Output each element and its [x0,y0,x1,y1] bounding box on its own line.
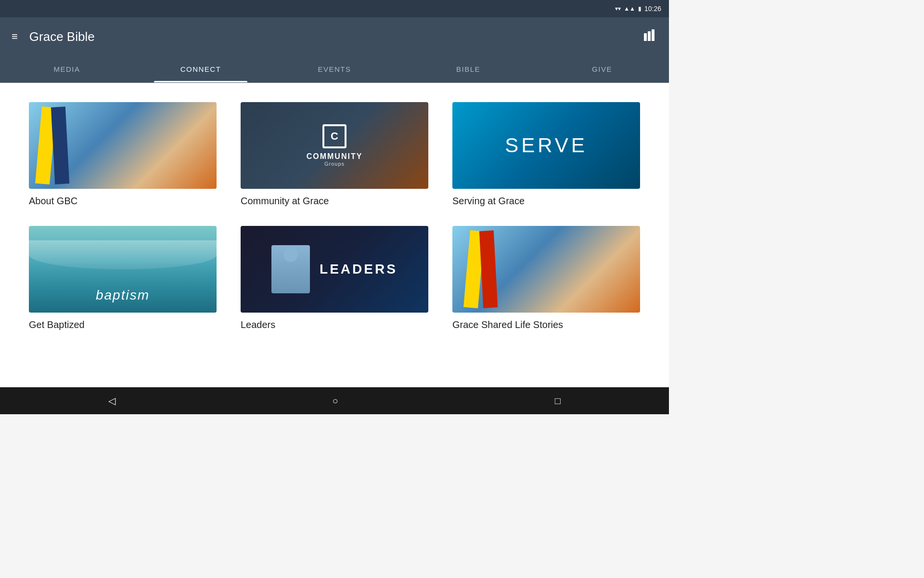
app-title: Grace Bible [29,29,95,44]
status-bar: ▾▾ ▲▲ ▮ 10:26 [0,0,669,17]
svg-rect-2 [652,29,654,41]
serve-text: SERVE [505,134,588,157]
community-main-text: COMMUNITY [307,152,363,161]
grace-story-label: Grace Shared Life Stories [452,319,640,330]
community-label: Community at Grace [241,196,428,207]
community-sub-text: Groups [324,161,345,167]
grid-item-baptism[interactable]: baptism Get Baptized [29,226,217,330]
leaders-label: Leaders [241,319,428,330]
battery-icon: ▮ [638,5,642,12]
grid-item-about-gbc[interactable]: About GBC [29,102,217,207]
leaders-text: LEADERS [320,262,398,277]
serve-label: Serving at Grace [452,196,640,207]
grace-story-image [452,226,640,313]
baptism-label: Get Baptized [29,319,217,330]
tab-give[interactable]: GIVE [535,56,669,82]
main-content: About GBC C COMMUNITY Groups Community a… [0,83,669,387]
back-button[interactable]: ◁ [97,391,127,410]
water-effect [29,240,217,269]
baptism-text: baptism [96,288,150,303]
grid-item-leaders[interactable]: LEADERS Leaders [241,226,428,330]
leaders-person-figure [271,245,310,293]
signal-icon: ▲▲ [624,5,635,12]
svg-rect-0 [644,33,647,41]
recents-button[interactable]: □ [543,392,572,410]
grid-item-serve[interactable]: SERVE Serving at Grace [452,102,640,207]
status-time: 10:26 [644,5,661,13]
tab-media[interactable]: MEDIA [0,56,134,82]
hamburger-menu-icon[interactable]: ≡ [12,30,18,43]
status-icons: ▾▾ ▲▲ ▮ 10:26 [615,5,661,13]
about-gbc-label: About GBC [29,196,217,207]
community-c-logo: C [322,124,346,148]
leaders-image: LEADERS [241,226,428,313]
tab-events[interactable]: EVENTS [268,56,401,82]
about-gbc-image [29,102,217,189]
bottom-navigation: ◁ ○ □ [0,387,669,414]
grid-item-grace-story[interactable]: Grace Shared Life Stories [452,226,640,330]
wifi-icon: ▾▾ [615,5,621,12]
svg-rect-1 [648,31,651,41]
community-image: C COMMUNITY Groups [241,102,428,189]
tab-connect[interactable]: CONNECT [134,56,268,82]
serve-image: SERVE [452,102,640,189]
app-header: ≡ Grace Bible [0,17,669,56]
baptism-image: baptism [29,226,217,313]
grid-item-community[interactable]: C COMMUNITY Groups Community at Grace [241,102,428,207]
tab-navigation: MEDIA CONNECT EVENTS BIBLE GIVE [0,56,669,83]
tab-bible[interactable]: BIBLE [401,56,535,82]
connect-grid: About GBC C COMMUNITY Groups Community a… [29,102,640,330]
header-left: ≡ Grace Bible [12,29,95,44]
bar-chart-icon[interactable] [644,29,657,44]
home-button[interactable]: ○ [321,392,349,410]
community-logo: C COMMUNITY Groups [307,124,363,167]
